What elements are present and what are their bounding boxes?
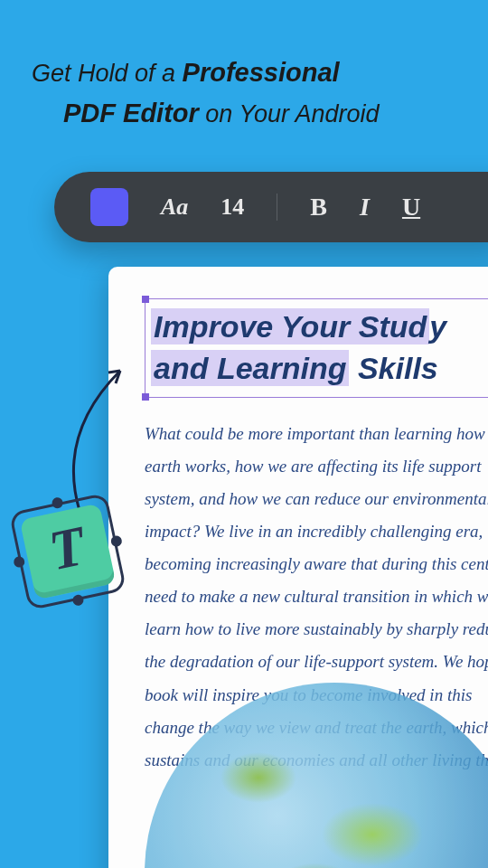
text-tool-badge[interactable]: T bbox=[9, 493, 127, 610]
title-rest-2: Skills bbox=[349, 351, 437, 385]
text-format-toolbar: Aa 14 B I U bbox=[54, 172, 488, 242]
text-tool-icon: T bbox=[43, 513, 90, 582]
toolbar-divider bbox=[277, 193, 277, 221]
title-rest-1: y bbox=[429, 309, 446, 344]
document-title[interactable]: Improve Your Study and Learning Skills bbox=[151, 307, 488, 390]
resize-handle-bl[interactable] bbox=[142, 393, 149, 401]
headline-pre: Get Hold of a bbox=[32, 60, 183, 87]
pdf-document-page[interactable]: Improve Your Study and Learning Skills W… bbox=[108, 267, 488, 868]
selected-text-box[interactable]: Improve Your Study and Learning Skills bbox=[145, 298, 488, 398]
bold-button[interactable]: B bbox=[310, 193, 327, 222]
headline-bold-1: Professional bbox=[183, 58, 340, 87]
font-size-button[interactable]: 14 bbox=[221, 193, 244, 221]
italic-button[interactable]: I bbox=[360, 193, 370, 222]
title-highlight-1: Improve Your Stud bbox=[151, 308, 429, 344]
promo-headline: Get Hold of a Professional PDF Editor on… bbox=[0, 0, 488, 134]
headline-post: on Your Android bbox=[199, 100, 380, 127]
badge-inner: T bbox=[20, 504, 117, 600]
resize-handle-tl[interactable] bbox=[142, 296, 149, 303]
callout-arrow bbox=[52, 335, 134, 515]
title-highlight-2: and Learning bbox=[151, 350, 349, 386]
font-family-button[interactable]: Aa bbox=[161, 193, 188, 221]
underline-button[interactable]: U bbox=[402, 193, 420, 222]
headline-bold-2: PDF Editor bbox=[63, 99, 199, 127]
text-color-swatch[interactable] bbox=[90, 188, 128, 226]
